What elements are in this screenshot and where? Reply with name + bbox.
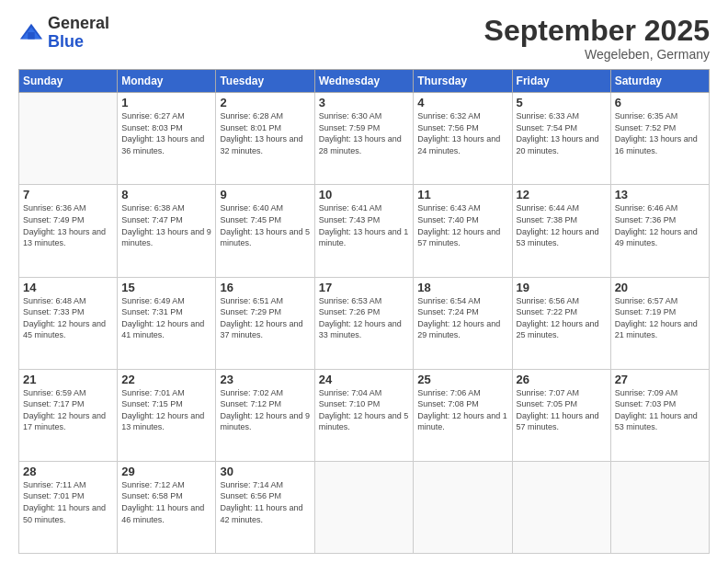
day-info: Sunrise: 7:02 AMSunset: 7:12 PMDaylight:…	[220, 387, 310, 433]
col-wednesday: Wednesday	[314, 70, 414, 93]
day-info: Sunrise: 6:57 AMSunset: 7:19 PMDaylight:…	[615, 295, 705, 341]
cell-w1-d4: 3Sunrise: 6:30 AMSunset: 7:59 PMDaylight…	[314, 93, 414, 185]
cell-w1-d7: 6Sunrise: 6:35 AMSunset: 7:52 PMDaylight…	[610, 93, 709, 185]
cell-w5-d6	[512, 461, 610, 553]
day-number: 18	[417, 281, 507, 294]
day-info: Sunrise: 6:59 AMSunset: 7:17 PMDaylight:…	[23, 387, 113, 433]
day-number: 12	[517, 188, 607, 201]
day-number: 29	[121, 465, 211, 478]
day-number: 17	[319, 281, 410, 294]
day-info: Sunrise: 6:38 AMSunset: 7:47 PMDaylight:…	[121, 202, 211, 248]
day-number: 5	[517, 96, 607, 109]
location-subtitle: Wegeleben, Germany	[484, 47, 710, 62]
day-number: 19	[517, 281, 607, 294]
day-number: 15	[121, 281, 211, 294]
calendar: Sunday Monday Tuesday Wednesday Thursday…	[18, 69, 710, 554]
cell-w3-d4: 17Sunrise: 6:53 AMSunset: 7:26 PMDayligh…	[314, 277, 414, 369]
day-number: 4	[417, 96, 507, 109]
cell-w2-d5: 11Sunrise: 6:43 AMSunset: 7:40 PMDayligh…	[414, 185, 512, 277]
page: General Blue September 2025 Wegeleben, G…	[0, 0, 728, 563]
day-number: 26	[517, 373, 607, 386]
cell-w3-d6: 19Sunrise: 6:56 AMSunset: 7:22 PMDayligh…	[512, 277, 610, 369]
day-number: 22	[121, 373, 211, 386]
week-row-3: 14Sunrise: 6:48 AMSunset: 7:33 PMDayligh…	[19, 277, 710, 369]
day-info: Sunrise: 6:51 AMSunset: 7:29 PMDaylight:…	[220, 295, 310, 341]
day-number: 6	[615, 96, 705, 109]
calendar-header: Sunday Monday Tuesday Wednesday Thursday…	[19, 70, 710, 93]
day-info: Sunrise: 6:33 AMSunset: 7:54 PMDaylight:…	[517, 110, 607, 156]
day-number: 27	[615, 373, 705, 386]
day-number: 7	[23, 188, 113, 201]
header-row: Sunday Monday Tuesday Wednesday Thursday…	[19, 70, 710, 93]
day-info: Sunrise: 7:07 AMSunset: 7:05 PMDaylight:…	[517, 387, 607, 433]
day-number: 24	[319, 373, 410, 386]
col-friday: Friday	[512, 70, 610, 93]
cell-w2-d3: 9Sunrise: 6:40 AMSunset: 7:45 PMDaylight…	[216, 185, 314, 277]
col-saturday: Saturday	[610, 70, 709, 93]
day-number: 30	[220, 465, 310, 478]
day-number: 1	[121, 96, 211, 109]
cell-w4-d6: 26Sunrise: 7:07 AMSunset: 7:05 PMDayligh…	[512, 369, 610, 461]
col-tuesday: Tuesday	[216, 70, 314, 93]
logo-icon	[18, 20, 44, 46]
logo: General Blue	[18, 15, 109, 52]
cell-w3-d5: 18Sunrise: 6:54 AMSunset: 7:24 PMDayligh…	[414, 277, 512, 369]
cell-w3-d3: 16Sunrise: 6:51 AMSunset: 7:29 PMDayligh…	[216, 277, 314, 369]
day-info: Sunrise: 6:56 AMSunset: 7:22 PMDaylight:…	[517, 295, 607, 341]
day-info: Sunrise: 7:12 AMSunset: 6:58 PMDaylight:…	[121, 479, 211, 525]
day-info: Sunrise: 6:40 AMSunset: 7:45 PMDaylight:…	[220, 202, 310, 248]
day-number: 16	[220, 281, 310, 294]
cell-w1-d3: 2Sunrise: 6:28 AMSunset: 8:01 PMDaylight…	[216, 93, 314, 185]
logo-general-text: General	[48, 15, 109, 33]
day-info: Sunrise: 7:14 AMSunset: 6:56 PMDaylight:…	[220, 479, 310, 525]
cell-w5-d1: 28Sunrise: 7:11 AMSunset: 7:01 PMDayligh…	[19, 461, 118, 553]
day-info: Sunrise: 6:32 AMSunset: 7:56 PMDaylight:…	[417, 110, 507, 156]
cell-w2-d4: 10Sunrise: 6:41 AMSunset: 7:43 PMDayligh…	[314, 185, 414, 277]
col-monday: Monday	[118, 70, 216, 93]
day-info: Sunrise: 7:11 AMSunset: 7:01 PMDaylight:…	[23, 479, 113, 525]
cell-w1-d6: 5Sunrise: 6:33 AMSunset: 7:54 PMDaylight…	[512, 93, 610, 185]
cell-w1-d2: 1Sunrise: 6:27 AMSunset: 8:03 PMDaylight…	[118, 93, 216, 185]
day-info: Sunrise: 6:27 AMSunset: 8:03 PMDaylight:…	[121, 110, 211, 156]
day-info: Sunrise: 7:06 AMSunset: 7:08 PMDaylight:…	[417, 387, 507, 433]
cell-w4-d5: 25Sunrise: 7:06 AMSunset: 7:08 PMDayligh…	[414, 369, 512, 461]
day-number: 25	[417, 373, 507, 386]
calendar-body: 1Sunrise: 6:27 AMSunset: 8:03 PMDaylight…	[19, 93, 710, 554]
day-number: 8	[121, 188, 211, 201]
col-sunday: Sunday	[19, 70, 118, 93]
day-number: 11	[417, 188, 507, 201]
cell-w4-d2: 22Sunrise: 7:01 AMSunset: 7:15 PMDayligh…	[118, 369, 216, 461]
header: General Blue September 2025 Wegeleben, G…	[18, 15, 710, 62]
logo-text: General Blue	[48, 15, 109, 52]
week-row-2: 7Sunrise: 6:36 AMSunset: 7:49 PMDaylight…	[19, 185, 710, 277]
day-info: Sunrise: 6:44 AMSunset: 7:38 PMDaylight:…	[517, 202, 607, 248]
day-info: Sunrise: 7:09 AMSunset: 7:03 PMDaylight:…	[615, 387, 705, 433]
day-number: 10	[319, 188, 410, 201]
cell-w4-d7: 27Sunrise: 7:09 AMSunset: 7:03 PMDayligh…	[610, 369, 709, 461]
day-number: 23	[220, 373, 310, 386]
col-thursday: Thursday	[414, 70, 512, 93]
day-info: Sunrise: 7:04 AMSunset: 7:10 PMDaylight:…	[319, 387, 410, 433]
day-info: Sunrise: 6:30 AMSunset: 7:59 PMDaylight:…	[319, 110, 410, 156]
day-info: Sunrise: 6:36 AMSunset: 7:49 PMDaylight:…	[23, 202, 113, 248]
day-number: 21	[23, 373, 113, 386]
day-number: 3	[319, 96, 410, 109]
svg-rect-2	[28, 32, 34, 39]
day-number: 28	[23, 465, 113, 478]
day-number: 2	[220, 96, 310, 109]
cell-w5-d2: 29Sunrise: 7:12 AMSunset: 6:58 PMDayligh…	[118, 461, 216, 553]
cell-w5-d4	[314, 461, 414, 553]
day-info: Sunrise: 6:53 AMSunset: 7:26 PMDaylight:…	[319, 295, 410, 341]
cell-w5-d3: 30Sunrise: 7:14 AMSunset: 6:56 PMDayligh…	[216, 461, 314, 553]
cell-w4-d4: 24Sunrise: 7:04 AMSunset: 7:10 PMDayligh…	[314, 369, 414, 461]
day-info: Sunrise: 6:46 AMSunset: 7:36 PMDaylight:…	[615, 202, 705, 248]
cell-w4-d1: 21Sunrise: 6:59 AMSunset: 7:17 PMDayligh…	[19, 369, 118, 461]
cell-w4-d3: 23Sunrise: 7:02 AMSunset: 7:12 PMDayligh…	[216, 369, 314, 461]
day-info: Sunrise: 6:49 AMSunset: 7:31 PMDaylight:…	[121, 295, 211, 341]
cell-w3-d7: 20Sunrise: 6:57 AMSunset: 7:19 PMDayligh…	[610, 277, 709, 369]
day-number: 13	[615, 188, 705, 201]
day-number: 9	[220, 188, 310, 201]
week-row-1: 1Sunrise: 6:27 AMSunset: 8:03 PMDaylight…	[19, 93, 710, 185]
week-row-4: 21Sunrise: 6:59 AMSunset: 7:17 PMDayligh…	[19, 369, 710, 461]
day-info: Sunrise: 6:28 AMSunset: 8:01 PMDaylight:…	[220, 110, 310, 156]
